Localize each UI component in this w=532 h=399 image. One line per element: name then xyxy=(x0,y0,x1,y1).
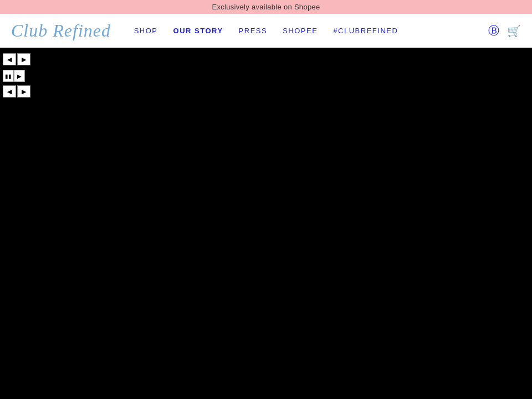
user-icon[interactable]: Ⓑ xyxy=(488,23,499,38)
slide-prev-top[interactable]: ◀ xyxy=(3,53,16,65)
slide-next-bottom[interactable]: ▶ xyxy=(17,85,30,98)
announcement-bar: Exclusively available on Shopee xyxy=(0,0,532,14)
slide-next-top[interactable]: ▶ xyxy=(17,53,30,65)
nav-shopee[interactable]: SHOPEE xyxy=(283,27,318,35)
logo[interactable]: Club Refined xyxy=(11,21,111,41)
nav-our-story[interactable]: OUR STORY xyxy=(173,27,223,35)
nav-shop[interactable]: SHOP xyxy=(134,27,158,35)
nav-press[interactable]: PRESS xyxy=(239,27,268,35)
slide-controls-bottom: ◀ ▶ xyxy=(3,85,30,98)
nav-icons: Ⓑ 🛒 xyxy=(488,23,521,38)
nav-links: SHOP OUR STORY PRESS SHOPEE #CLUBREFINED xyxy=(134,27,398,35)
slide-controls-top: ◀ ▶ xyxy=(3,53,30,65)
slide-controls-middle: ▮▮ ▶ xyxy=(3,70,25,82)
navbar: Club Refined SHOP OUR STORY PRESS SHOPEE… xyxy=(0,14,532,48)
cart-icon[interactable]: 🛒 xyxy=(507,24,521,38)
slide-prev-bottom[interactable]: ◀ xyxy=(3,85,16,98)
nav-clubrefined[interactable]: #CLUBREFINED xyxy=(333,27,398,35)
slide-play[interactable]: ▶ xyxy=(14,70,25,82)
slide-pause[interactable]: ▮▮ xyxy=(3,70,14,82)
announcement-text: Exclusively available on Shopee xyxy=(212,3,320,11)
main-content: ◀ ▶ ▮▮ ▶ ◀ ▶ xyxy=(0,48,532,397)
